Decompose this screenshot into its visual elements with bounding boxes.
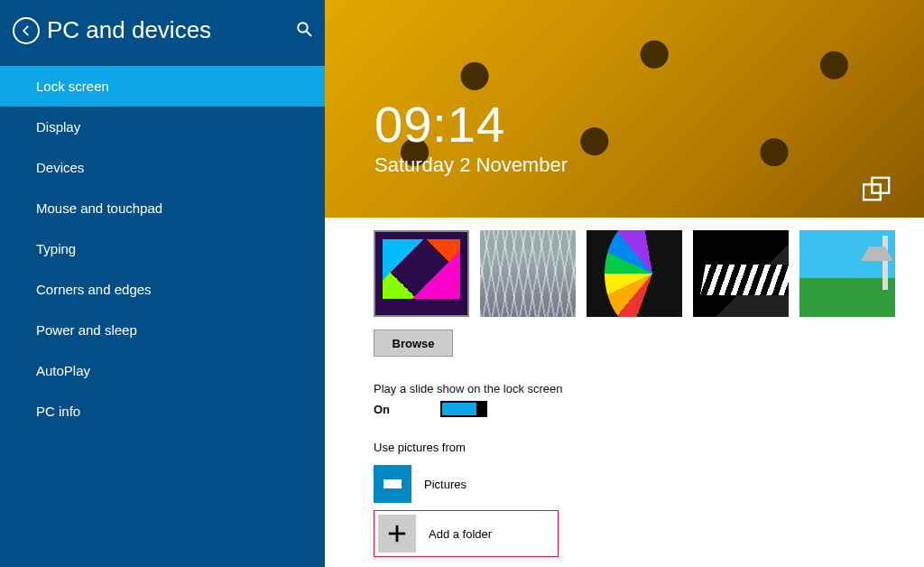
sidebar-header: PC and devices (0, 0, 325, 66)
page-title: PC and devices (47, 16, 289, 44)
add-folder-button[interactable]: Add a folder (378, 515, 554, 553)
drive-icon (383, 479, 402, 488)
background-thumbnails (374, 230, 895, 317)
sidebar-item-label: Display (36, 119, 80, 135)
folder-icon (374, 465, 411, 503)
folder-name: Pictures (424, 478, 467, 491)
sidebar-item-power-sleep[interactable]: Power and sleep (0, 310, 325, 350)
folder-row-pictures[interactable]: Pictures (374, 465, 895, 503)
sidebar-item-label: Devices (36, 160, 84, 175)
slideshow-toggle[interactable] (440, 401, 487, 417)
sidebar: PC and devices Lock screen Display Devic… (0, 0, 325, 567)
thumbnail-3[interactable] (587, 230, 682, 317)
search-icon (296, 21, 312, 37)
sidebar-item-corners-edges[interactable]: Corners and edges (0, 269, 325, 310)
sidebar-item-mouse-touchpad[interactable]: Mouse and touchpad (0, 188, 325, 228)
sidebar-item-label: PC info (36, 404, 80, 419)
slideshow-label: Play a slide show on the lock screen (374, 382, 895, 395)
lockscreen-time: 09:14 (374, 95, 505, 153)
sidebar-item-label: Mouse and touchpad (36, 200, 162, 216)
back-button[interactable] (13, 17, 40, 44)
browse-button[interactable]: Browse (374, 330, 453, 357)
plus-box (378, 515, 416, 553)
sidebar-item-label: Typing (36, 241, 76, 256)
thumbnail-5[interactable] (799, 230, 895, 317)
lockscreen-date: Saturday 2 November (374, 153, 568, 177)
lockscreen-preview[interactable]: 09:14 Saturday 2 November (325, 0, 924, 218)
add-folder-label: Add a folder (429, 527, 492, 541)
toggle-knob (476, 403, 485, 415)
main-content: 09:14 Saturday 2 November Browse Play a … (325, 0, 924, 567)
switch-layout-button[interactable] (863, 176, 892, 207)
toggle-state-text: On (374, 403, 390, 416)
sidebar-item-label: Lock screen (36, 79, 109, 94)
overlapping-squares-icon (863, 176, 892, 203)
sidebar-item-display[interactable]: Display (0, 107, 325, 147)
sidebar-item-label: AutoPlay (36, 363, 90, 378)
add-folder-highlight: Add a folder (374, 510, 559, 557)
content-body: Browse Play a slide show on the lock scr… (325, 218, 924, 557)
search-button[interactable] (296, 21, 312, 41)
thumbnail-1[interactable] (374, 230, 469, 317)
sidebar-item-autoplay[interactable]: AutoPlay (0, 350, 325, 391)
sidebar-item-pc-info[interactable]: PC info (0, 391, 325, 432)
toggle-fill (442, 403, 476, 415)
sidebar-item-typing[interactable]: Typing (0, 228, 325, 269)
pictures-from-label: Use pictures from (374, 441, 895, 454)
sidebar-item-label: Power and sleep (36, 322, 137, 338)
sidebar-item-label: Corners and edges (36, 282, 152, 297)
arrow-left-icon (20, 24, 32, 37)
sidebar-item-devices[interactable]: Devices (0, 147, 325, 188)
thumbnail-2[interactable] (480, 230, 576, 317)
thumbnail-4[interactable] (693, 230, 789, 317)
svg-line-1 (306, 31, 310, 35)
slideshow-toggle-row: On (374, 401, 895, 417)
sidebar-item-lock-screen[interactable]: Lock screen (0, 66, 325, 107)
plus-icon (387, 524, 407, 544)
